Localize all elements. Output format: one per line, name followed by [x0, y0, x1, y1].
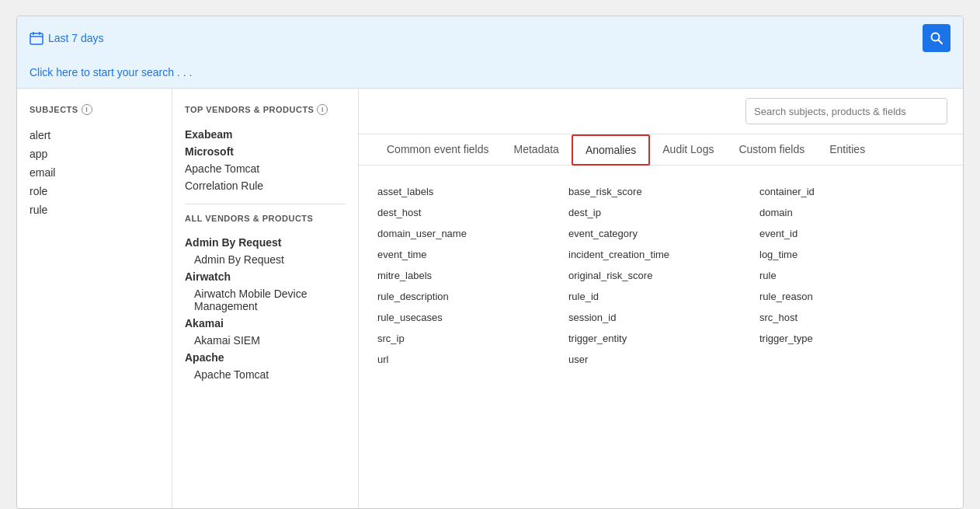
field-item[interactable]: user — [565, 349, 756, 370]
subject-item[interactable]: role — [30, 182, 159, 200]
field-item — [756, 349, 947, 370]
top-search-button[interactable] — [923, 24, 950, 52]
vendor-divider — [185, 204, 346, 204]
subjects-title: SUBJECTS i — [30, 104, 159, 115]
field-item[interactable]: domain_user_name — [374, 223, 565, 244]
fields-grid: asset_labelsbase_risk_scorecontainer_idd… — [374, 181, 947, 370]
vendor-item[interactable]: Apache Tomcat — [185, 160, 346, 177]
field-item[interactable]: trigger_type — [756, 328, 947, 349]
vendor-item[interactable]: Akamai — [185, 315, 346, 332]
field-item[interactable]: src_host — [756, 307, 947, 328]
calendar-icon — [30, 31, 43, 45]
field-item[interactable]: original_risk_score — [565, 265, 756, 286]
vendors-panel: TOP VENDORS & PRODUCTS i ExabeamMicrosof… — [172, 89, 359, 508]
field-item[interactable]: session_id — [565, 307, 756, 328]
field-item[interactable]: mitre_labels — [374, 265, 565, 286]
subjects-list: alertappemailrolerule — [30, 126, 159, 219]
field-item[interactable]: event_category — [565, 223, 756, 244]
field-item[interactable]: rule_reason — [756, 286, 947, 307]
top-bar: Last 7 days Click here to start your sea… — [17, 16, 963, 89]
field-item[interactable]: asset_labels — [374, 181, 565, 202]
field-item[interactable]: rule — [756, 265, 947, 286]
field-item[interactable]: rule_usecases — [374, 307, 565, 328]
vendor-item[interactable]: Microsoft — [185, 143, 346, 160]
field-item[interactable]: incident_creation_time — [565, 244, 756, 265]
date-range-label: Last 7 days — [48, 32, 104, 44]
vendors-top-title: TOP VENDORS & PRODUCTS i — [185, 104, 346, 115]
vendor-item[interactable]: Airwatch Mobile Device Management — [185, 285, 346, 315]
fields-area: asset_labelsbase_risk_scorecontainer_idd… — [359, 166, 963, 508]
main-container: Last 7 days Click here to start your sea… — [16, 16, 964, 509]
field-item[interactable]: rule_description — [374, 286, 565, 307]
search-prompt[interactable]: Click here to start your search . . . — [17, 60, 963, 88]
subject-item[interactable]: app — [30, 145, 159, 163]
search-fields-input[interactable] — [745, 98, 947, 124]
field-item[interactable]: dest_host — [374, 202, 565, 223]
top-vendors-list: ExabeamMicrosoftApache TomcatCorrelation… — [185, 126, 346, 194]
vendor-item[interactable]: Admin By Request — [185, 234, 346, 251]
field-item[interactable]: trigger_entity — [565, 328, 756, 349]
tab-audit[interactable]: Audit Logs — [650, 135, 726, 165]
field-item[interactable]: rule_id — [565, 286, 756, 307]
tab-common[interactable]: Common event fields — [374, 135, 502, 165]
search-icon — [930, 31, 944, 45]
tabs-row: Common event fieldsMetadataAnomaliesAudi… — [359, 134, 963, 166]
all-vendors-title: ALL VENDORS & PRODUCTS — [185, 214, 346, 223]
vendor-item[interactable]: Airwatch — [185, 268, 346, 285]
field-item[interactable]: src_ip — [374, 328, 565, 349]
field-item[interactable]: domain — [756, 202, 947, 223]
svg-line-5 — [939, 40, 943, 44]
tab-metadata[interactable]: Metadata — [502, 135, 572, 165]
field-item[interactable]: base_risk_score — [565, 181, 756, 202]
tab-entities[interactable]: Entities — [817, 135, 877, 165]
subject-item[interactable]: rule — [30, 200, 159, 219]
right-panel: Common event fieldsMetadataAnomaliesAudi… — [359, 89, 963, 508]
subjects-info-icon[interactable]: i — [82, 104, 92, 115]
subject-item[interactable]: email — [30, 163, 159, 182]
field-item[interactable]: dest_ip — [565, 202, 756, 223]
subjects-panel: SUBJECTS i alertappemailrolerule — [17, 89, 172, 508]
field-item[interactable]: log_time — [756, 244, 947, 265]
field-item[interactable]: url — [374, 349, 565, 370]
vendor-item[interactable]: Correlation Rule — [185, 177, 346, 194]
vendors-info-icon[interactable]: i — [317, 104, 328, 115]
vendor-item[interactable]: Apache Tomcat — [185, 366, 346, 383]
right-header — [359, 89, 963, 134]
field-item[interactable]: event_id — [756, 223, 947, 244]
date-range-button[interactable]: Last 7 days — [30, 31, 104, 45]
tab-custom[interactable]: Custom fields — [726, 135, 817, 165]
all-vendors-list: Admin By RequestAdmin By RequestAirwatch… — [185, 234, 346, 383]
vendor-item[interactable]: Exabeam — [185, 126, 346, 143]
search-prompt-text: Click here to start your search . . . — [30, 66, 192, 78]
vendor-item[interactable]: Apache — [185, 349, 346, 366]
svg-rect-0 — [30, 33, 43, 44]
tab-anomalies[interactable]: Anomalies — [572, 134, 650, 166]
field-item[interactable]: event_time — [374, 244, 565, 265]
top-bar-row1: Last 7 days — [17, 16, 963, 60]
main-content: SUBJECTS i alertappemailrolerule TOP VEN… — [17, 89, 963, 508]
vendor-item[interactable]: Akamai SIEM — [185, 332, 346, 349]
subject-item[interactable]: alert — [30, 126, 159, 145]
field-item[interactable]: container_id — [756, 181, 947, 202]
vendors-scroll-area[interactable]: TOP VENDORS & PRODUCTS i ExabeamMicrosof… — [185, 104, 346, 493]
vendor-item[interactable]: Admin By Request — [185, 251, 346, 268]
